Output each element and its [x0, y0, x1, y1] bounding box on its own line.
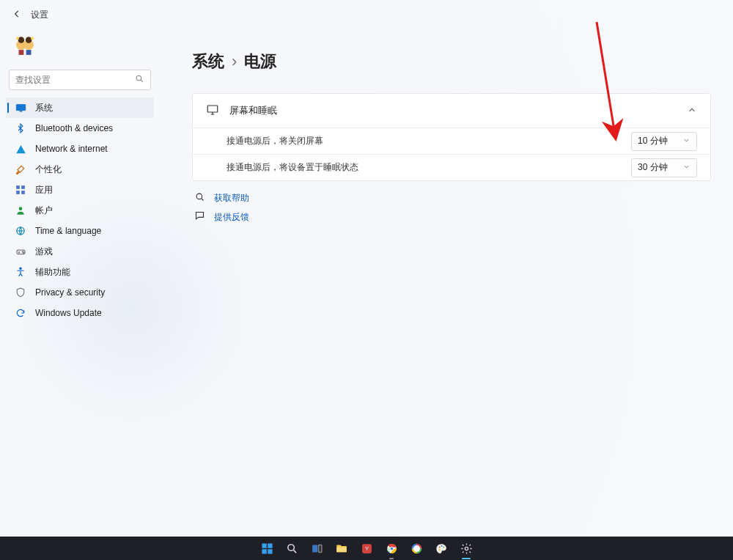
sidebar-item-label: Time & language — [35, 226, 101, 236]
svg-point-16 — [19, 207, 23, 210]
svg-point-21 — [20, 268, 21, 269]
svg-rect-28 — [268, 549, 272, 553]
svg-rect-22 — [207, 106, 218, 112]
breadcrumb-page: 电源 — [244, 51, 276, 73]
svg-point-29 — [287, 544, 294, 550]
svg-point-42 — [443, 546, 444, 548]
help-link-feedback: 提供反馈 — [194, 210, 711, 224]
svg-point-43 — [438, 548, 440, 550]
svg-point-41 — [441, 545, 442, 546]
sidebar-item-time-language[interactable]: Time & language — [6, 221, 154, 241]
sidebar-item-accessibility[interactable]: 辅助功能 — [6, 262, 154, 282]
svg-point-23 — [196, 194, 202, 199]
svg-rect-13 — [21, 185, 25, 189]
dropdown-value: 30 分钟 — [638, 161, 668, 174]
avatar[interactable] — [12, 33, 38, 59]
breadcrumb: 系统 › 电源 — [192, 51, 711, 73]
help-link-get-help: 获取帮助 — [194, 191, 711, 205]
search-icon — [135, 74, 144, 86]
svg-point-8 — [136, 75, 141, 81]
task-view-icon[interactable] — [308, 539, 325, 557]
svg-rect-7 — [26, 50, 32, 55]
svg-rect-25 — [262, 543, 266, 548]
card-title: 屏幕和睡眠 — [229, 105, 277, 117]
search-box[interactable] — [9, 70, 151, 90]
setting-row-screen-off: 接通电源后，将关闭屏幕 10 分钟 — [193, 128, 710, 154]
update-icon — [15, 307, 26, 319]
dropdown-value: 10 分钟 — [638, 135, 668, 147]
sidebar-item-network[interactable]: Network & internet — [6, 139, 154, 159]
svg-rect-12 — [16, 185, 20, 189]
wifi-icon — [15, 143, 26, 155]
sidebar-item-label: 帐户 — [35, 205, 53, 217]
globe-icon — [15, 225, 26, 237]
shield-icon — [15, 287, 26, 298]
sidebar-item-label: 辅助功能 — [35, 266, 70, 279]
monitor-sleep-icon — [206, 103, 219, 119]
sidebar-item-windows-update[interactable]: Windows Update — [6, 303, 154, 323]
sidebar-item-privacy[interactable]: Privacy & security — [6, 282, 154, 303]
accessibility-icon — [15, 266, 26, 278]
settings-icon[interactable] — [457, 539, 475, 557]
bluetooth-icon — [15, 122, 26, 134]
sleep-dropdown[interactable]: 30 分钟 — [631, 158, 697, 177]
svg-point-40 — [438, 546, 440, 548]
gamepad-icon — [15, 246, 26, 257]
main-panel: 系统 › 电源 屏幕和睡眠 接通电源后，将关闭屏幕 10 分钟 — [160, 24, 733, 537]
screen-off-dropdown[interactable]: 10 分钟 — [631, 132, 697, 151]
sidebar-item-gaming[interactable]: 游戏 — [6, 241, 154, 262]
svg-rect-27 — [262, 549, 266, 553]
breadcrumb-root[interactable]: 系统 — [192, 51, 224, 73]
svg-rect-31 — [318, 545, 321, 552]
svg-rect-30 — [312, 545, 317, 552]
sidebar: 系统 Bluetooth & devices Network & interne… — [0, 24, 160, 537]
display-icon — [15, 102, 26, 114]
search-input[interactable] — [15, 75, 135, 85]
svg-point-44 — [465, 547, 468, 550]
file-explorer-icon[interactable] — [333, 539, 350, 557]
back-icon[interactable] — [12, 9, 22, 21]
svg-point-2 — [18, 37, 25, 43]
start-button[interactable] — [258, 539, 276, 557]
chevron-down-icon — [682, 136, 690, 147]
browser-icon[interactable] — [408, 539, 425, 557]
help-link-label[interactable]: 提供反馈 — [214, 211, 249, 224]
sidebar-item-label: Network & internet — [35, 144, 108, 154]
svg-rect-9 — [16, 104, 26, 110]
setting-row-sleep: 接通电源后，将设备置于睡眠状态 30 分钟 — [193, 154, 710, 180]
taskbar-app-icon[interactable]: Y — [358, 539, 375, 557]
sidebar-item-bluetooth[interactable]: Bluetooth & devices — [6, 118, 154, 139]
app-title: 设置 — [31, 9, 48, 21]
chrome-icon[interactable] — [383, 539, 400, 557]
sidebar-item-label: 应用 — [35, 184, 53, 196]
sidebar-item-label: Windows Update — [35, 308, 102, 318]
svg-marker-4 — [15, 36, 19, 39]
sidebar-item-personalization[interactable]: 个性化 — [6, 159, 154, 180]
svg-rect-15 — [21, 191, 25, 194]
svg-point-3 — [26, 37, 32, 43]
svg-text:Y: Y — [364, 545, 369, 552]
svg-rect-14 — [16, 191, 20, 194]
screen-sleep-expander[interactable]: 屏幕和睡眠 — [193, 94, 710, 128]
taskbar-search-icon[interactable] — [283, 539, 301, 557]
taskbar: Y — [0, 537, 733, 560]
breadcrumb-separator: › — [232, 52, 237, 71]
help-bubble-icon — [194, 191, 205, 205]
svg-marker-5 — [31, 36, 34, 39]
setting-label: 接通电源后，将关闭屏幕 — [226, 135, 323, 147]
paint-icon[interactable] — [432, 539, 450, 557]
svg-rect-26 — [268, 543, 272, 548]
title-bar: 设置 — [0, 0, 733, 24]
sidebar-item-system[interactable]: 系统 — [6, 97, 154, 118]
svg-rect-11 — [19, 111, 22, 111]
apps-icon — [15, 184, 26, 196]
sidebar-item-apps[interactable]: 应用 — [6, 180, 154, 200]
sidebar-item-label: 系统 — [35, 102, 53, 114]
help-link-label[interactable]: 获取帮助 — [214, 192, 249, 205]
nav-list: 系统 Bluetooth & devices Network & interne… — [6, 97, 154, 323]
help-links: 获取帮助 提供反馈 — [192, 191, 711, 224]
feedback-icon — [194, 210, 205, 224]
sidebar-item-label: 游戏 — [35, 246, 53, 258]
svg-point-20 — [23, 252, 23, 253]
sidebar-item-accounts[interactable]: 帐户 — [6, 200, 154, 221]
